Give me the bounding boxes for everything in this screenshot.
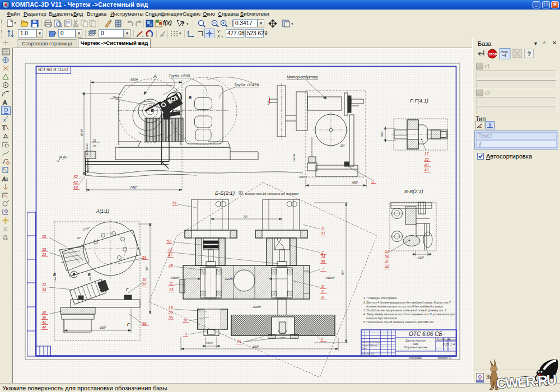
svg-text:23: 23 [41,253,46,256]
svg-text:36: 36 [385,255,389,259]
svg-text:26: 26 [92,139,96,142]
svg-text:ОТС 6.06 СБ: ОТС 6.06 СБ [38,67,68,72]
svg-text:35: 35 [424,157,429,161]
svg-text:40: 40 [321,259,325,263]
svg-text:11: 11 [169,281,173,285]
svg-text:В: В [189,96,192,100]
svg-text:100*: 100* [100,326,106,329]
svg-text:20: 20 [168,311,173,315]
svg-text:Ra 25: Ra 25 [59,156,66,158]
svg-text:39: 39 [169,316,173,320]
svg-text:9: 9 [185,332,187,336]
svg-text:∅20Н7: ∅20Н7 [253,306,262,309]
svg-text:15: 15 [42,248,46,251]
svg-text:51: 51 [172,201,177,205]
svg-text:STOP: STOP [489,53,497,56]
svg-text:1: 1 [372,179,374,183]
svg-text:44: 44 [42,325,46,329]
svg-text:21: 21 [320,232,325,236]
svg-text:6: 6 [321,296,324,300]
svg-text:740*: 740* [130,185,138,189]
svg-text:Иванов: Иванов [370,344,377,347]
svg-text:A↓: A↓ [2,176,8,182]
svg-text:∅10н6*: ∅10н6* [170,277,180,279]
svg-text:7: 7 [322,267,324,271]
svg-text:16: 16 [142,278,147,282]
svg-text:В: В [151,109,153,113]
svg-text:X→: X→ [217,34,224,38]
svg-text:5: 5 [321,284,324,288]
svg-text:швв: швв [413,343,418,346]
svg-text:Н.контр.: Н.контр. [362,353,370,355]
svg-text:∅10*: ∅10* [417,256,424,259]
svg-text:Разраб.: Разраб. [362,344,369,347]
svg-text:?: ? [528,50,531,57]
svg-text:∅400*: ∅400* [112,95,121,100]
svg-text:12: 12 [42,283,46,287]
svg-text:А: А [153,73,157,79]
svg-text:A: A [3,99,7,106]
svg-text:Труба ∅1420: Труба ∅1420 [234,83,259,87]
svg-text:160*: 160* [253,345,259,348]
svg-text:Б-Б(2:1): Б-Б(2:1) [215,190,235,196]
svg-text:5. Подшипники поз.48 смазать с: 5. Подшипники поз.48 смазать смазкой ЦИА… [363,320,435,324]
svg-text:Г: Г [126,288,129,292]
svg-text:1:4: 1:4 [450,343,455,346]
svg-text:23: 23 [169,288,174,292]
svg-text:∅16Н7: ∅16Н7 [206,342,213,344]
svg-text:должен передвигаться по оси по: должен передвигаться по оси поз.9 без за… [366,305,444,308]
svg-text:8: 8 [321,337,323,341]
svg-text:648*: 648* [80,129,83,136]
svg-text:40: 40 [424,163,429,167]
svg-text:480*: 480* [352,181,358,184]
svg-text:3: 3 [321,227,324,231]
svg-text:Утв.: Утв. [370,353,375,355]
svg-text:Сборочный чертеж: Сборочный чертеж [404,346,428,349]
svg-text:13: 13 [168,248,172,252]
svg-text:Б: Б [88,273,91,277]
svg-text:96*: 96* [145,265,148,270]
svg-text:28*: 28* [340,144,346,147]
svg-text:Auto: Auto [501,50,508,53]
svg-text:Кожух поз.15 условно не показа: Кожух поз.15 условно не показан [245,192,299,195]
svg-text:52: 52 [167,239,171,243]
svg-text:4: 4 [321,290,324,293]
svg-text:1. * Размеры для справок.: 1. * Размеры для справок. [363,296,398,300]
svg-text:10: 10 [42,235,46,239]
svg-text:2. Вал поз.4 должен вращаться: 2. Вал поз.4 должен вращаться без заедан… [363,301,451,304]
svg-text:∅152*: ∅152* [82,226,92,231]
svg-text:Мотор-редуктор: Мотор-редуктор [287,75,318,80]
svg-text:2: 2 [321,250,324,254]
svg-text:17: 17 [424,152,429,156]
svg-text:48: 48 [169,264,173,268]
svg-text:42: 42 [73,180,78,184]
svg-text:36: 36 [42,315,46,319]
svg-text:10: 10 [183,318,188,322]
svg-text:30: 30 [42,310,46,314]
svg-text:Изм Лист № докум.: Изм Лист № докум. [362,342,381,344]
svg-text:660*: 660* [130,78,138,82]
svg-text:помощи двух датчиков.: помощи двух датчиков. [366,316,398,320]
svg-text:70*: 70* [243,215,248,218]
svg-text:27: 27 [142,283,147,287]
svg-text:90*: 90* [341,270,344,275]
svg-text:Пров.: Пров. [362,347,367,349]
svg-text:Г-Г(4:1): Г-Г(4:1) [410,97,428,104]
svg-text:Формат А1: Формат А1 [437,357,452,360]
svg-text:19: 19 [169,306,173,310]
svg-text:?: ? [181,20,185,27]
svg-text:CWER.RU: CWER.RU [496,372,557,391]
svg-text:Б: Б [53,273,56,277]
svg-text:34: 34 [42,288,46,292]
svg-text:∅45 Л4: ∅45 Л4 [293,153,296,162]
svg-text:24: 24 [320,255,325,259]
svg-text:14: 14 [385,250,389,254]
svg-text:3. Особой вилке закручивать по: 3. Особой вилке закручивать подвижной ос… [363,309,447,312]
svg-text:Масшт.: Масшт. [447,338,458,341]
svg-text:4. Зазор между датчиком поз.10: 4. Зазор между датчиком поз.10 и стержне… [363,312,455,316]
svg-text:∅22Н7*: ∅22Н7* [225,278,235,281]
svg-text:47: 47 [168,253,172,257]
svg-text:53: 53 [142,255,147,259]
svg-text:НВ-78/15-45°: НВ-78/15-45° [86,142,88,156]
svg-text:Y↑: Y↑ [217,30,222,34]
